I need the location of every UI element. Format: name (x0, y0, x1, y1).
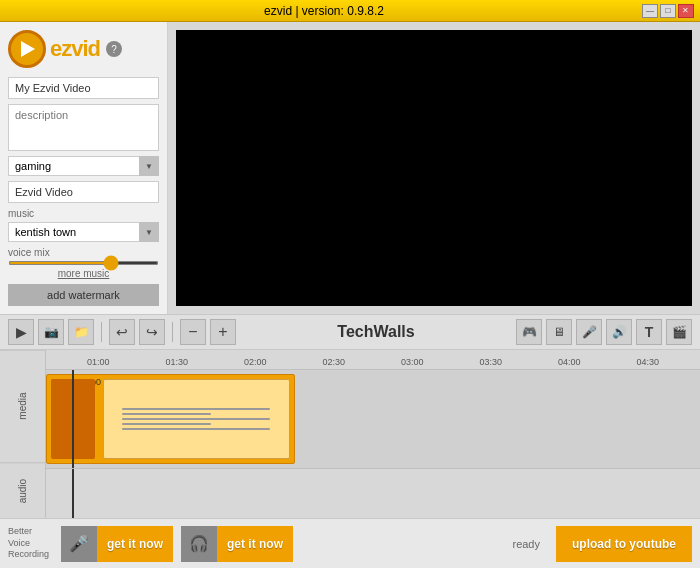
play-icon (21, 41, 35, 57)
maximize-button[interactable]: □ (660, 4, 676, 18)
logo-ez: ez (50, 36, 71, 61)
logo-vid: vid (71, 36, 100, 61)
timeline-content: 01:00 01:30 02:00 02:30 03:00 03:30 04:0… (46, 350, 700, 518)
close-button[interactable]: ✕ (678, 4, 694, 18)
window-controls: — □ ✕ (642, 4, 694, 18)
bottom-bar: Better Voice Recording 🎤 get it now 🎧 ge… (0, 518, 700, 568)
track-labels: media audio (0, 350, 46, 518)
toolbar-sep-2 (172, 322, 173, 342)
screenshot-line-3 (122, 418, 270, 420)
channel-input[interactable] (8, 181, 159, 203)
get-it-label-2: get it now (217, 526, 293, 562)
screenshot-line-2 (122, 413, 211, 415)
toolbar-sep-1 (101, 322, 102, 342)
voice-label-2: Voice (8, 538, 49, 550)
time-marker-4:30: 04:30 (636, 357, 659, 367)
game-button[interactable]: 🎮 (516, 319, 542, 345)
time-marker-4:00: 04:00 (558, 357, 581, 367)
redo-button[interactable]: ↪ (139, 319, 165, 345)
toolbar: ▶ 📷 📁 ↩ ↪ − + TechWalls 🎮 🖥 🎤 🔊 T 🎬 (0, 314, 700, 350)
clip-content: ScreenCap0 (47, 375, 294, 463)
voice-mix-slider-container (8, 261, 159, 265)
category-select-wrapper: gaming entertainment howto education ▼ (8, 156, 159, 176)
time-marker-2:00: 02:00 (244, 357, 267, 367)
project-title: TechWalls (240, 323, 512, 341)
zoom-in-button[interactable]: + (210, 319, 236, 345)
music-select[interactable]: kentish town none acoustic classical (8, 222, 159, 242)
monitor-button[interactable]: 🖥 (546, 319, 572, 345)
logo-area: ezvid ? (8, 30, 159, 68)
media-clip[interactable]: ScreenCap0 (46, 374, 295, 464)
folder-button[interactable]: 📁 (68, 319, 94, 345)
logo-text: ezvid (50, 36, 100, 62)
media-track[interactable]: 00:29 ScreenCap0 (46, 370, 700, 469)
voice-mix-slider[interactable] (8, 261, 159, 265)
camera-button[interactable]: 📷 (38, 319, 64, 345)
video-preview (176, 30, 692, 306)
time-marker-2:30: 02:30 (322, 357, 345, 367)
get-it-label-1: get it now (97, 526, 173, 562)
clip-screenshot (103, 379, 290, 459)
play-button[interactable]: ▶ (8, 319, 34, 345)
preview-area (168, 22, 700, 314)
voice-label-1: Better (8, 526, 49, 538)
time-marker-3:30: 03:30 (479, 357, 502, 367)
media-track-label: media (0, 350, 45, 462)
logo-circle (8, 30, 46, 68)
zoom-out-button[interactable]: − (180, 319, 206, 345)
screenshot-lines (122, 408, 270, 430)
time-marker-1:30: 01:30 (166, 357, 189, 367)
watermark-button[interactable]: add watermark (8, 284, 159, 306)
time-marker-3:00: 03:00 (401, 357, 424, 367)
music-label: music (8, 208, 159, 219)
ready-text: ready (512, 538, 540, 550)
get-it-icon-2: 🎧 (181, 526, 217, 562)
time-marker-1:00: 01:00 (87, 357, 110, 367)
get-it-button-2[interactable]: 🎧 get it now (181, 526, 293, 562)
window-title: ezvid | version: 0.9.8.2 (264, 4, 384, 18)
screenshot-line-1 (122, 408, 270, 410)
category-select[interactable]: gaming entertainment howto education (8, 156, 159, 176)
voice-recording-label: Better Voice Recording (8, 526, 49, 561)
undo-button[interactable]: ↩ (109, 319, 135, 345)
help-icon[interactable]: ? (106, 41, 122, 57)
screenshot-line-4 (122, 423, 211, 425)
text-button[interactable]: T (636, 319, 662, 345)
sidebar: ezvid ? gaming entertainment howto educa… (0, 22, 168, 314)
description-input[interactable] (8, 104, 159, 151)
mic-button[interactable]: 🎤 (576, 319, 602, 345)
voice-label-3: Recording (8, 549, 49, 561)
audio-track[interactable] (46, 469, 700, 518)
main-window: ezvid ? gaming entertainment howto educa… (0, 22, 700, 568)
playhead[interactable]: 00:29 (72, 370, 74, 468)
more-music-link[interactable]: more music (8, 268, 159, 279)
speaker-button[interactable]: 🔊 (606, 319, 632, 345)
audio-track-label: audio (0, 462, 45, 518)
get-it-button-1[interactable]: 🎤 get it now (61, 526, 173, 562)
top-area: ezvid ? gaming entertainment howto educa… (0, 22, 700, 314)
film-button[interactable]: 🎬 (666, 319, 692, 345)
time-ruler: 01:00 01:30 02:00 02:30 03:00 03:30 04:0… (46, 350, 700, 370)
music-select-wrapper: kentish town none acoustic classical ▼ (8, 222, 159, 242)
title-input[interactable] (8, 77, 159, 99)
upload-youtube-button[interactable]: upload to youtube (556, 526, 692, 562)
get-it-icon-1: 🎤 (61, 526, 97, 562)
timeline-area: media audio 01:00 01:30 02:00 02:30 03:0… (0, 350, 700, 518)
title-bar: ezvid | version: 0.9.8.2 — □ ✕ (0, 0, 700, 22)
minimize-button[interactable]: — (642, 4, 658, 18)
audio-playhead (72, 469, 74, 518)
screenshot-line-5 (122, 428, 270, 430)
